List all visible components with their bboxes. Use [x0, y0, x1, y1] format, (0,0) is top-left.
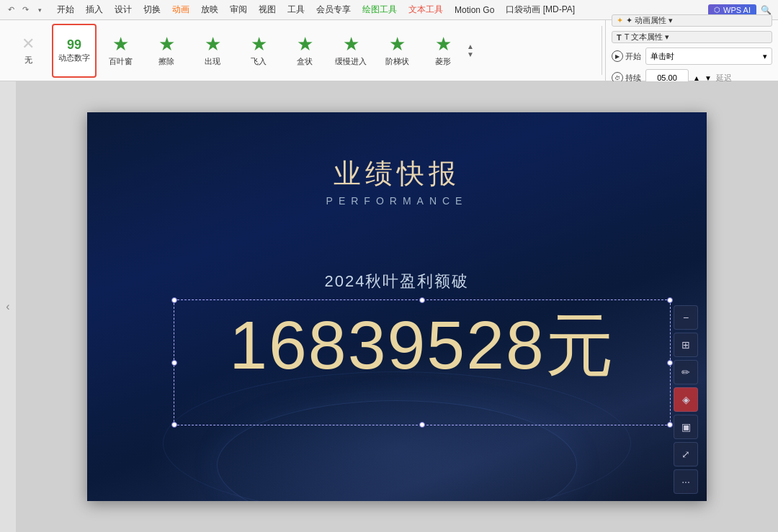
anim-slow-in[interactable]: ★ 缓慢进入 — [328, 24, 373, 78]
big-number-text: 16839528元 — [174, 300, 670, 379]
float-toolbar: − ⊞ ✏ ◈ ▣ ⤢ ··· — [674, 305, 698, 494]
toolbar-divider — [602, 26, 602, 75]
menu-play[interactable]: 放映 — [196, 2, 223, 17]
animation-properties-panel: ✦ ✦ 动画属性 ▾ T T 文本属性 ▾ ▶ 开始 单击时 ▾ ⏱ 持续 — [605, 20, 778, 81]
text-prop-T-icon: T — [617, 33, 622, 42]
stairs-label: 阶梯状 — [385, 56, 409, 67]
start-row: ▶ 开始 单击时 ▾ — [612, 48, 772, 65]
animation-items: ✕ 无 99 动态数字 ★ 百叶窗 ★ 擦除 ★ 出现 ★ 飞入 — [0, 20, 599, 81]
menu-design[interactable]: 设计 — [109, 2, 137, 17]
scroll-up-icon[interactable]: ▲ — [467, 42, 480, 50]
resize-handle-bm[interactable] — [419, 422, 425, 428]
menu-start[interactable]: 开始 — [52, 2, 79, 17]
blinds-label: 百叶窗 — [109, 56, 133, 67]
float-minus-button[interactable]: − — [674, 305, 698, 330]
menu-bag-anim[interactable]: 口袋动画 [MD-PA] — [501, 2, 580, 17]
slide-sub-title: PERFORMANCE — [87, 195, 707, 207]
float-layers-button[interactable]: ⊞ — [674, 333, 698, 357]
menu-switch[interactable]: 切换 — [138, 2, 166, 17]
anim-blinds[interactable]: ★ 百叶窗 — [98, 24, 143, 78]
menu-motion-go[interactable]: Motion Go — [450, 4, 499, 17]
start-play-button[interactable]: ▶ 开始 — [612, 50, 641, 62]
dynamic-number-label: 动态数字 — [58, 53, 90, 63]
stepper-up-icon[interactable]: ▲ — [693, 74, 700, 82]
text-property-button[interactable]: T T 文本属性 ▾ — [612, 31, 772, 43]
slow-in-label: 缓慢进入 — [335, 56, 367, 67]
anim-fly-in[interactable]: ★ 飞入 — [236, 24, 281, 78]
anim-diamond[interactable]: ★ 菱形 — [421, 24, 465, 78]
anim-prop-label: ✦ 动画属性 ▾ — [626, 15, 673, 26]
diamond-icon: ★ — [435, 34, 452, 55]
anim-none[interactable]: ✕ 无 — [6, 24, 50, 78]
float-edit-button[interactable]: ✏ — [674, 360, 698, 384]
menu-view[interactable]: 视图 — [254, 2, 281, 17]
float-style-button[interactable]: ◈ — [674, 387, 698, 412]
slide: 业绩快报 PERFORMANCE 2024秋叶盈利额破 16839528元 — [87, 112, 707, 501]
start-label: 开始 — [625, 51, 641, 62]
slide-main-title: 业绩快报 — [87, 155, 707, 192]
float-frame-button[interactable]: ▣ — [674, 415, 698, 439]
fly-in-icon: ★ — [251, 34, 267, 55]
box-icon: ★ — [297, 34, 313, 55]
resize-handle-tm[interactable] — [419, 297, 425, 303]
none-icon: ✕ — [22, 35, 35, 53]
scroll-buttons[interactable]: ▲ ▼ — [467, 42, 480, 58]
slide-container: 业绩快报 PERFORMANCE 2024秋叶盈利额破 16839528元 — [16, 81, 778, 532]
start-value-text: 单击时 — [650, 51, 674, 62]
blinds-icon: ★ — [112, 34, 129, 55]
fly-in-label: 飞入 — [251, 56, 267, 67]
resize-handle-mr[interactable] — [667, 360, 673, 366]
main-area: ‹ 业绩快报 PERFORMANCE 2024秋叶盈利额破 — [0, 81, 778, 532]
resize-handle-ml[interactable] — [171, 360, 177, 366]
start-dropdown-chevron-icon: ▾ — [763, 52, 767, 61]
anim-prop-sparkle-icon: ✦ — [617, 16, 623, 25]
frame-icon: ▣ — [681, 421, 691, 433]
anim-property-button[interactable]: ✦ ✦ 动画属性 ▾ — [612, 14, 772, 27]
none-label: 无 — [24, 55, 32, 66]
menu-draw-tools[interactable]: 绘图工具 — [357, 2, 402, 17]
anim-appear[interactable]: ★ 出现 — [190, 24, 235, 78]
menu-insert[interactable]: 插入 — [81, 2, 108, 17]
float-more-button[interactable]: ··· — [674, 469, 698, 494]
edit-pencil-icon: ✏ — [681, 366, 690, 378]
box-label: 盒状 — [297, 56, 313, 67]
selected-number-element[interactable]: 16839528元 — [174, 299, 671, 425]
undo-button[interactable]: ↶ — [4, 4, 17, 17]
dynamic-number-icon: 99 — [67, 38, 81, 51]
resize-handle-bl[interactable] — [171, 422, 177, 428]
appear-label: 出现 — [205, 56, 220, 67]
wps-ai-icon: ⬡ — [714, 6, 720, 14]
resize-handle-br[interactable] — [667, 422, 673, 428]
appear-icon: ★ — [205, 34, 221, 55]
anim-dynamic-number[interactable]: 99 动态数字 — [52, 24, 97, 78]
start-value-dropdown[interactable]: 单击时 ▾ — [645, 48, 772, 65]
redo-button[interactable]: ↷ — [19, 4, 32, 17]
menu-membership[interactable]: 会员专享 — [311, 2, 356, 17]
more-button[interactable]: ▾ — [33, 4, 46, 17]
slow-in-icon: ★ — [343, 34, 359, 55]
wps-ai-label: WPS AI — [723, 6, 751, 14]
menu-tools[interactable]: 工具 — [282, 2, 310, 17]
stairs-icon: ★ — [389, 34, 406, 55]
scroll-down-icon[interactable]: ▼ — [467, 50, 480, 58]
menu-text-tools[interactable]: 文本工具 — [403, 2, 448, 17]
animation-toolbar: ✕ 无 99 动态数字 ★ 百叶窗 ★ 擦除 ★ 出现 ★ 飞入 — [0, 20, 778, 81]
nav-arrows: ↶ ↷ ▾ — [4, 4, 46, 17]
float-resize-button[interactable]: ⤢ — [674, 442, 698, 466]
diamond-label: 菱形 — [435, 56, 451, 67]
layers-icon: ⊞ — [681, 339, 690, 351]
resize-handle-tr[interactable] — [667, 297, 673, 303]
anim-box[interactable]: ★ 盒状 — [282, 24, 327, 78]
anim-erase[interactable]: ★ 擦除 — [144, 24, 189, 78]
left-sidebar-collapse[interactable]: ‹ — [0, 81, 16, 532]
more-dots-icon: ··· — [681, 476, 690, 487]
erase-icon: ★ — [158, 34, 175, 55]
resize-icon: ⤢ — [681, 448, 690, 460]
resize-handle-tl[interactable] — [171, 297, 177, 303]
menu-review[interactable]: 审阅 — [225, 2, 252, 17]
menu-animate[interactable]: 动画 — [167, 2, 194, 17]
anim-stairs[interactable]: ★ 阶梯状 — [375, 24, 419, 78]
minus-icon: − — [683, 312, 689, 323]
stepper-down-icon[interactable]: ▼ — [705, 74, 712, 82]
slide-subtitle-text: 2024秋叶盈利额破 — [87, 271, 707, 292]
